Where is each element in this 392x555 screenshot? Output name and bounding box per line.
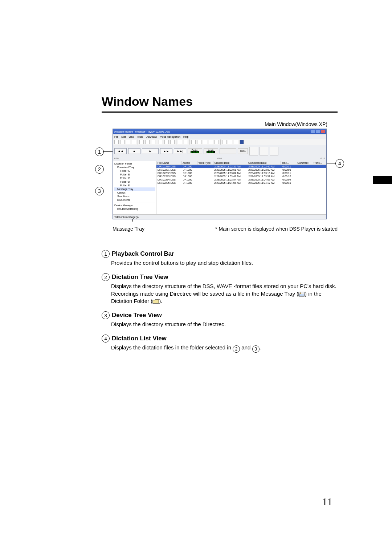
table-row[interactable]: DR102294.DSSDR10002/28/2005 11:03:54 AM2… — [156, 178, 326, 181]
col-work-type[interactable]: Work Type — [197, 161, 213, 165]
menu-view[interactable]: View — [128, 135, 134, 138]
device-icon — [249, 147, 258, 155]
tool-icon[interactable] — [151, 140, 155, 144]
col-created[interactable]: Created Date — [213, 161, 247, 165]
def-1-num: 1 — [102, 250, 110, 258]
table-row[interactable]: DR102291.DSSDR10002/28/2005 11:02:51 AM2… — [156, 168, 326, 171]
callout-2-lead — [103, 169, 113, 169]
tool-icon[interactable] — [114, 140, 119, 144]
skip-button[interactable]: ►►| — [174, 148, 186, 154]
table-row[interactable]: DR102290.DSSDR10002/28/2005 11:02:35 AM2… — [156, 165, 326, 168]
table-row[interactable]: DR102295.DSSDR10002/28/2005 11:04:06 AM2… — [156, 181, 326, 185]
tree-folder-c[interactable]: Folder C — [114, 177, 155, 180]
tree-outbox[interactable]: Outbox — [114, 191, 155, 195]
close-button[interactable] — [321, 130, 325, 133]
window-title: Dictation Module - Message Tray\DR102290… — [114, 130, 170, 133]
time-t2: 0:10 — [320, 157, 325, 161]
col-comment[interactable]: Comment — [296, 161, 312, 165]
callout-3: 3 — [95, 187, 104, 195]
tool-icon[interactable] — [197, 140, 201, 144]
menu-file[interactable]: File — [114, 135, 118, 138]
tool-icon[interactable] — [191, 140, 196, 144]
def-2-num: 2 — [102, 273, 110, 281]
svg-rect-1 — [299, 294, 304, 296]
status-text: Total of 6 message(s) — [114, 216, 139, 218]
def-4-title: Dictation List View — [112, 335, 167, 342]
callout-4-lead — [327, 163, 336, 163]
tree-folder-d[interactable]: Folder D — [114, 180, 155, 184]
col-completed[interactable]: Completed Date — [247, 161, 281, 165]
tool-icon[interactable] — [170, 140, 175, 144]
position-value: 0:00:00 — [191, 151, 199, 153]
tool-icon[interactable] — [159, 140, 163, 144]
tree-download[interactable]: Download Tray — [114, 166, 155, 169]
screenshot-footnote: * Main screen is displayed when DSS Play… — [215, 226, 338, 232]
menu-tools[interactable]: Tools — [137, 135, 143, 138]
volume-panel[interactable] — [220, 148, 236, 154]
menu-download[interactable]: Download — [146, 135, 157, 138]
menu-voice[interactable]: Voice Recognition — [160, 135, 180, 138]
tool-icon[interactable] — [145, 140, 150, 144]
callout-4: 4 — [335, 159, 344, 168]
length-value: 0:00:11 — [207, 151, 215, 153]
speed-value[interactable]: 100% — [238, 148, 248, 154]
tool-icon[interactable] — [222, 140, 226, 144]
tree-folder-b[interactable]: Folder B — [114, 173, 155, 177]
table-row[interactable]: DR102292.DSSDR10002/28/2005 11:03:04 AM2… — [156, 171, 326, 175]
rewind-button[interactable]: ◄◄ — [114, 148, 127, 154]
def-1-body: Provides the control buttons to play and… — [111, 259, 338, 267]
menu-edit[interactable]: Edit — [121, 135, 126, 138]
tool-icon[interactable] — [132, 140, 136, 144]
tool-icon[interactable] — [164, 140, 169, 144]
menubar: File Edit View Tools Download Voice Reco… — [113, 134, 326, 139]
col-rec[interactable]: Rec... — [281, 161, 296, 165]
def-2-title: Dictation Tree View — [112, 274, 168, 281]
toolbar — [113, 139, 326, 145]
tree-device[interactable]: DR-1000(DR1000) — [114, 207, 155, 211]
list-header[interactable]: File Name Author Work Type Created Date … — [156, 161, 326, 165]
col-file-name[interactable]: File Name — [156, 161, 181, 165]
def-3: 3Device Tree View Displays the directory… — [102, 311, 338, 328]
tree-folder-a[interactable]: Folder A — [114, 169, 155, 173]
tree-sent-items[interactable]: Sent Items — [114, 195, 155, 198]
svg-point-2 — [300, 292, 301, 293]
tool-icon[interactable] — [215, 140, 219, 144]
tool-icon[interactable] — [120, 140, 124, 144]
col-author[interactable]: Author — [181, 161, 197, 165]
tree-root[interactable]: Dictation Folder — [114, 162, 155, 166]
col-trans[interactable]: Trans... — [312, 161, 326, 165]
tree-documents[interactable]: Documents — [114, 198, 155, 202]
tool-icon[interactable] — [228, 140, 232, 144]
tool-icon[interactable] — [203, 140, 207, 144]
warning-icon — [260, 147, 268, 155]
table-row[interactable]: DR102293.DSSDR10002/28/2005 11:03:42 AM2… — [156, 175, 326, 178]
toolbar-separator — [138, 139, 138, 145]
ff-button[interactable]: ►► — [160, 148, 172, 154]
minimize-button[interactable] — [311, 130, 315, 133]
def-4: 4Dictation List View Displays the dictat… — [102, 335, 338, 353]
dictation-list-view[interactable]: File Name Author Work Type Created Date … — [156, 161, 326, 214]
tool-icon[interactable] — [240, 140, 244, 144]
tree-device-manager[interactable]: Device Manager — [114, 204, 155, 207]
tool-icon[interactable] — [209, 140, 213, 144]
def-3-body: Displays the directory structure of the … — [111, 321, 338, 328]
ref-3: 3 — [252, 345, 260, 353]
tool-icon[interactable] — [178, 140, 182, 144]
pointer-label: Massage Tray — [113, 226, 144, 232]
tool-icon[interactable] — [234, 140, 238, 144]
tool-icon[interactable] — [139, 140, 144, 144]
ref-2: 2 — [233, 345, 240, 353]
tree-separator — [114, 203, 155, 203]
def-1-title: Playback Control Bar — [112, 250, 174, 258]
maximize-button[interactable] — [316, 130, 320, 133]
play-button[interactable]: ► — [142, 148, 159, 154]
def-2-body-b: Recordings made using Directrec will be … — [111, 290, 338, 305]
statusbar: Total of 6 message(s) — [113, 214, 326, 219]
menu-help[interactable]: Help — [183, 135, 188, 138]
tree-folder-e[interactable]: Folder E — [114, 184, 155, 187]
tool-icon[interactable] — [126, 140, 130, 144]
tree-message-tray[interactable]: Message Tray — [114, 187, 155, 191]
tool-icon[interactable] — [184, 140, 188, 144]
dictation-tree-view[interactable]: Dictation Folder Download Tray Folder A … — [113, 161, 156, 214]
stop-button[interactable]: ■ — [128, 148, 140, 154]
